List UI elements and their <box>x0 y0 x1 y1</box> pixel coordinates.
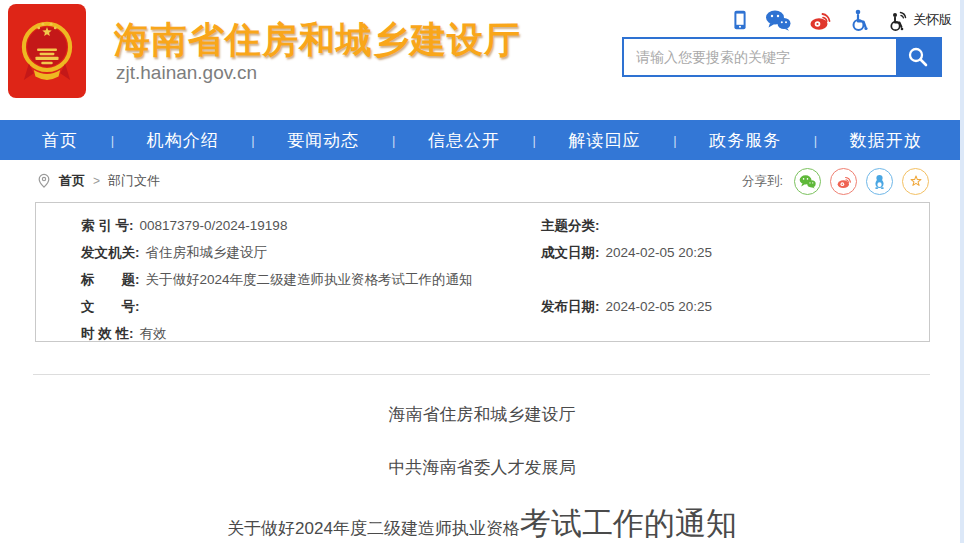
nav-item-about[interactable]: 机构介绍 <box>147 129 219 152</box>
share-label: 分享到: <box>742 173 783 190</box>
breadcrumb-separator: > <box>93 174 100 188</box>
meta-agency: 发文机关: 省住房和城乡建设厅 <box>36 244 541 262</box>
scrollbar[interactable] <box>960 0 964 543</box>
meta-row: 索 引 号: 00817379-0/2024-19198 主题分类: <box>36 212 929 239</box>
meta-title-value: 关于做好2024年度二级建造师执业资格考试工作的通知 <box>146 271 473 289</box>
breadcrumb-home[interactable]: 首页 <box>59 172 85 190</box>
meta-written-date: 成文日期: 2024-02-05 20:25 <box>541 244 929 262</box>
breadcrumb-row: 首页 > 部门文件 分享到: <box>0 160 964 202</box>
document-meta-box: 索 引 号: 00817379-0/2024-19198 主题分类: 发文机关:… <box>35 202 930 342</box>
meta-validity: 时 效 性: 有效 <box>36 325 541 343</box>
main-nav: 首页 | 机构介绍 | 要闻动态 | 信息公开 | 解读回应 | 政务服务 | … <box>0 120 964 160</box>
nav-item-home[interactable]: 首页 <box>42 129 78 152</box>
meta-publish-date-value: 2024-02-05 20:25 <box>606 299 713 314</box>
meta-topic: 主题分类: <box>541 217 929 235</box>
site-url: zjt.hainan.gov.cn <box>116 62 257 84</box>
care-version-icon[interactable]: 关怀版 <box>888 9 952 32</box>
favorite-star-icon[interactable] <box>902 168 929 195</box>
meta-row: 标 题: 关于做好2024年度二级建造师执业资格考试工作的通知 <box>36 266 929 293</box>
org-name-line1: 海南省住房和城乡建设厅 <box>0 403 964 426</box>
nav-item-open-data[interactable]: 数据开放 <box>850 129 922 152</box>
meta-index: 索 引 号: 00817379-0/2024-19198 <box>36 217 541 235</box>
document-title-line: 关于做好2024年度二级建造师执业资格考试工作的通知 <box>0 503 964 543</box>
meta-index-value: 00817379-0/2024-19198 <box>140 218 288 233</box>
share-bar: 分享到: <box>742 168 929 195</box>
quick-links: 关怀版 <box>732 8 952 32</box>
meta-row: 文 号: 发布日期: 2024-02-05 20:25 <box>36 293 929 320</box>
document-body: 海南省住房和城乡建设厅 中共海南省委人才发展局 关于做好2024年度二级建造师执… <box>0 375 964 543</box>
wechat-icon[interactable] <box>765 9 791 31</box>
search-bar <box>622 37 942 77</box>
search-input[interactable] <box>624 39 896 75</box>
search-button[interactable] <box>896 39 940 75</box>
weibo-share-icon[interactable] <box>830 168 857 195</box>
org-name-line2: 中共海南省委人才发展局 <box>0 456 964 479</box>
breadcrumb-current: 部门文件 <box>108 172 160 190</box>
site-logo[interactable] <box>8 4 86 98</box>
meta-row: 时 效 性: 有效 <box>36 320 929 347</box>
nav-separator: | <box>392 133 395 148</box>
meta-written-date-value: 2024-02-05 20:25 <box>606 245 713 260</box>
wheelchair-icon[interactable] <box>849 9 871 32</box>
document-title-emphasis: 考试工作的通知 <box>520 506 737 541</box>
nav-item-info-disclosure[interactable]: 信息公开 <box>428 129 500 152</box>
mobile-icon[interactable] <box>732 8 748 32</box>
meta-title: 标 题: 关于做好2024年度二级建造师执业资格考试工作的通知 <box>36 271 541 289</box>
site-header: 海南省住房和城乡建设厅 zjt.hainan.gov.cn <box>0 0 964 120</box>
meta-agency-value: 省住房和城乡建设厅 <box>146 244 268 262</box>
meta-doc-number-label: 文 号: <box>81 298 140 316</box>
meta-row: 发文机关: 省住房和城乡建设厅 成文日期: 2024-02-05 20:25 <box>36 239 929 266</box>
site-title: 海南省住房和城乡建设厅 <box>114 16 521 65</box>
nav-separator: | <box>533 133 536 148</box>
search-icon <box>906 45 930 69</box>
page: 海南省住房和城乡建设厅 zjt.hainan.gov.cn <box>0 0 964 543</box>
meta-title-label: 标 题: <box>81 271 140 289</box>
meta-publish-date: 发布日期: 2024-02-05 20:25 <box>541 298 929 316</box>
national-emblem-icon <box>14 9 80 93</box>
meta-topic-label: 主题分类: <box>541 217 600 235</box>
location-pin-icon <box>37 173 51 189</box>
nav-item-interpretation[interactable]: 解读回应 <box>569 129 641 152</box>
nav-item-services[interactable]: 政务服务 <box>709 129 781 152</box>
wechat-share-icon[interactable] <box>794 168 821 195</box>
breadcrumb: 首页 > 部门文件 <box>37 172 160 190</box>
meta-written-date-label: 成文日期: <box>541 244 600 262</box>
meta-agency-label: 发文机关: <box>81 244 140 262</box>
nav-separator: | <box>111 133 114 148</box>
qq-share-icon[interactable] <box>866 168 893 195</box>
meta-publish-date-label: 发布日期: <box>541 298 600 316</box>
nav-separator: | <box>251 133 254 148</box>
weibo-icon[interactable] <box>808 9 832 31</box>
nav-separator: | <box>673 133 676 148</box>
care-version-label[interactable]: 关怀版 <box>913 11 952 29</box>
meta-doc-number: 文 号: <box>36 298 541 316</box>
meta-index-label: 索 引 号: <box>81 217 134 235</box>
meta-validity-label: 时 效 性: <box>81 325 134 343</box>
document-title-prefix: 关于做好2024年度二级建造师执业资格 <box>227 519 520 538</box>
meta-validity-value: 有效 <box>140 325 167 343</box>
nav-item-news[interactable]: 要闻动态 <box>287 129 359 152</box>
nav-separator: | <box>814 133 817 148</box>
